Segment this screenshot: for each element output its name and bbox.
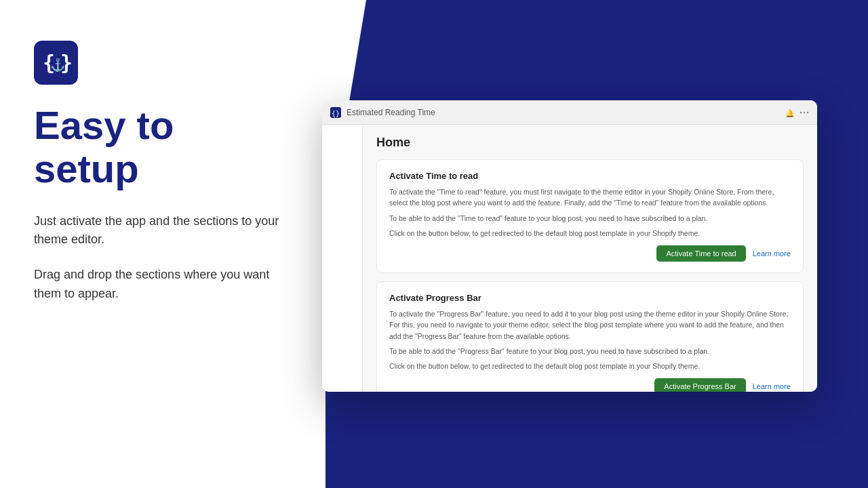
window-app-icon: {} — [330, 107, 341, 118]
bell-icon: 🔔 — [785, 108, 794, 117]
card1-title: Activate Time to read — [389, 171, 791, 181]
description-para1: Just activate the app and the sections t… — [34, 212, 292, 250]
svg-point-27 — [804, 111, 805, 113]
window-titlebar: {} Estimated Reading Time 🔔 — [322, 100, 817, 125]
card1-text1: To activate the "Time to read" feature, … — [389, 186, 791, 209]
learn-more-progress-button[interactable]: Learn more — [753, 382, 791, 390]
card2-title: Activate Progress Bar — [389, 293, 791, 303]
app-window: {} Estimated Reading Time 🔔 Home Activat… — [322, 100, 817, 392]
window-sidebar — [322, 125, 363, 392]
app-logo: { } ⚓ — [34, 41, 78, 85]
card1-text3: Click on the button below, to get redire… — [389, 228, 791, 239]
window-controls: 🔔 — [785, 108, 809, 117]
left-panel: { } ⚓ Easy to setup Just activate the ap… — [0, 0, 326, 488]
svg-text:{}: {} — [332, 110, 340, 117]
svg-point-28 — [807, 111, 808, 113]
activate-time-card: Activate Time to read To activate the "T… — [376, 159, 804, 273]
activate-progress-button[interactable]: Activate Progress Bar — [654, 378, 745, 392]
more-icon — [800, 108, 809, 117]
activate-progress-card: Activate Progress Bar To activate the "P… — [376, 281, 804, 392]
home-heading: Home — [376, 136, 804, 150]
card2-actions: Activate Progress Bar Learn more — [389, 378, 791, 392]
card1-text2: To be able to add the "Time to read" fea… — [389, 213, 791, 224]
card2-text1: To activate the "Progress Bar" feature, … — [389, 308, 791, 342]
card2-text2: To be able to add the "Progress Bar" fea… — [389, 346, 791, 357]
window-title: Estimated Reading Time — [347, 108, 779, 117]
svg-text:🔔: 🔔 — [785, 108, 794, 117]
card2-text3: Click on the button below, to get redire… — [389, 361, 791, 371]
learn-more-time-button[interactable]: Learn more — [753, 249, 791, 258]
svg-text:⚓: ⚓ — [50, 58, 66, 73]
headline: Easy to setup — [34, 104, 292, 190]
window-main: Home Activate Time to read To activate t… — [363, 125, 817, 392]
card1-actions: Activate Time to read Learn more — [389, 245, 791, 262]
window-body: Home Activate Time to read To activate t… — [322, 125, 817, 392]
activate-time-button[interactable]: Activate Time to read — [656, 245, 745, 262]
logo-icon: { } ⚓ — [41, 48, 71, 78]
svg-point-26 — [800, 111, 802, 113]
description-para2: Drag and drop the sections where you wan… — [34, 266, 292, 304]
